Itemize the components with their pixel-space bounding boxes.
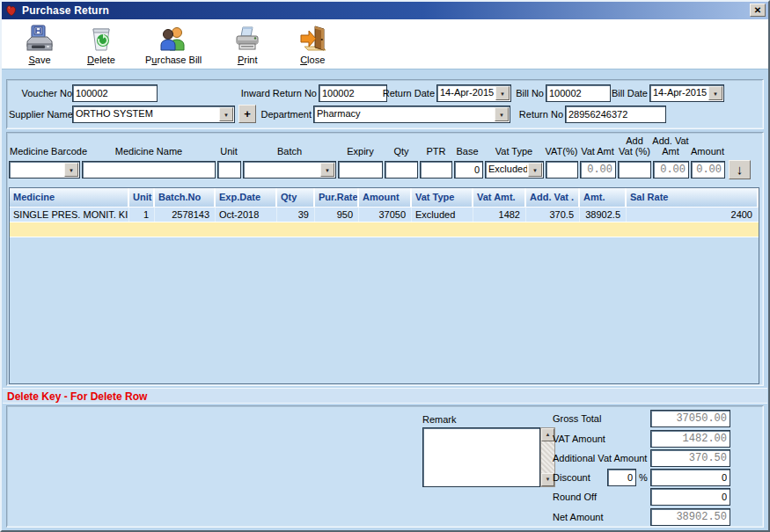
grid-header-row: Medicine Unit Batch.No Exp.Date Qty Pur.…: [10, 188, 759, 208]
window-close-button[interactable]: ✕: [750, 4, 766, 17]
purchase-bill-label: Purchase Bill: [145, 55, 202, 65]
qty-label: Qty: [385, 145, 418, 157]
window-title: Purchase Return: [22, 4, 109, 17]
remark-input[interactable]: [422, 427, 540, 487]
cell-qty[interactable]: 39: [277, 208, 315, 222]
col-header-exp-date: Exp.Date: [216, 188, 277, 207]
inward-return-no-input[interactable]: [319, 84, 387, 102]
chevron-down-icon[interactable]: ▼: [528, 163, 542, 177]
cell-exp-date[interactable]: Oct-2018: [216, 208, 277, 222]
chevron-down-icon[interactable]: ▼: [495, 107, 509, 121]
net-amount-value: [650, 508, 730, 526]
voucher-no-label: Voucher No: [9, 87, 72, 99]
print-icon: [232, 24, 262, 54]
inward-return-no-label: Inward Return No: [229, 87, 317, 99]
purchase-bill-button[interactable]: Purchase Bill: [139, 22, 208, 67]
chevron-down-icon[interactable]: ▼: [64, 163, 78, 177]
discount-label: Discount: [553, 471, 605, 484]
title-bar[interactable]: Purchase Return ✕: [2, 2, 768, 19]
vat-amt-input: [580, 161, 616, 179]
cell-medicine[interactable]: SINGLE PRES. MONIT. KI: [10, 208, 129, 222]
chevron-down-icon[interactable]: ▼: [495, 86, 510, 100]
status-hint: Delete Key - For Delete Row: [7, 390, 147, 403]
col-header-medicine: Medicine: [10, 188, 129, 207]
vat-amt-label: Vat Amt: [577, 145, 618, 157]
bill-date-label: Bill Date: [611, 87, 648, 99]
toolbar: Save Delete Purchase Bill: [2, 19, 768, 69]
gross-total-label: Gross Total: [553, 412, 651, 425]
cell-vat-type[interactable]: Excluded: [412, 208, 473, 222]
close-button[interactable]: Close: [287, 22, 338, 67]
col-header-pur-rate: Pur.Rate: [315, 188, 359, 207]
print-button[interactable]: Print: [222, 22, 273, 67]
delete-button[interactable]: Delete: [76, 22, 127, 67]
return-date-select[interactable]: 14-Apr-2015 ▼: [436, 84, 511, 102]
additional-vat-label: Additional Vat Amount: [553, 452, 651, 464]
chevron-down-icon[interactable]: ▼: [219, 107, 233, 121]
purchase-return-window: Purchase Return ✕ Save: [0, 0, 770, 532]
col-header-vat-amt: Vat Amt.: [473, 188, 526, 207]
return-date-label: Return Date: [380, 87, 435, 99]
expiry-input[interactable]: [338, 161, 383, 179]
cell-unit[interactable]: 1: [129, 208, 155, 222]
cell-amount[interactable]: 37050: [359, 208, 412, 222]
supplier-name-label: Supplier Name: [9, 108, 72, 120]
items-panel: Medicine Barcode Medicine Name Unit Batc…: [6, 132, 764, 386]
additional-vat-value: [650, 449, 730, 467]
voucher-no-input[interactable]: [72, 84, 158, 102]
supplier-name-select[interactable]: ORTHO SYSTEM ▼: [72, 106, 235, 123]
base-input[interactable]: [454, 161, 483, 179]
medicine-barcode-select[interactable]: ▼: [9, 161, 80, 179]
add-vat-amt-label-line2: Amt: [650, 145, 691, 157]
cell-pur-rate[interactable]: 950: [315, 208, 359, 222]
return-no-label: Return No: [517, 108, 563, 120]
net-amount-label: Net Amount: [553, 511, 651, 523]
ptr-input[interactable]: [420, 161, 452, 179]
add-supplier-button[interactable]: +: [238, 105, 256, 123]
add-vat-pct-input[interactable]: [618, 161, 651, 179]
print-label: Print: [238, 55, 258, 65]
col-header-amount: Amount: [359, 188, 412, 207]
delete-icon: [86, 24, 116, 54]
chevron-down-icon[interactable]: ▼: [320, 163, 334, 177]
base-label: Base: [451, 145, 484, 157]
unit-label: Unit: [211, 145, 246, 157]
col-header-batch-no: Batch.No: [155, 188, 216, 207]
chevron-down-icon[interactable]: ▼: [708, 86, 722, 100]
col-header-amt: Amt.: [580, 188, 627, 207]
batch-label: Batch: [243, 145, 336, 157]
unit-input[interactable]: [217, 161, 241, 179]
ptr-label: PTR: [420, 145, 452, 157]
cell-batch-no[interactable]: 2578143: [155, 208, 216, 222]
cell-amt[interactable]: 38902.5: [580, 208, 627, 222]
cell-vat-amt[interactable]: 1482: [473, 208, 526, 222]
cell-add-vat[interactable]: 370.5: [526, 208, 580, 222]
cell-sal-rate[interactable]: 2400: [627, 208, 759, 222]
discount-percent-input[interactable]: [607, 469, 636, 486]
vat-amount-label: VAT Amount: [553, 433, 651, 445]
discount-amount-input[interactable]: [650, 469, 730, 486]
return-no-input[interactable]: [565, 106, 666, 123]
bill-no-input[interactable]: [546, 84, 611, 102]
voucher-form-panel: Voucher No Inward Return No Return Date …: [6, 79, 764, 129]
totals-panel: Remark ▲ ▼ Gross Total VAT Amount Additi…: [6, 405, 764, 528]
vat-pct-input[interactable]: [546, 161, 578, 179]
col-header-unit: Unit: [129, 188, 155, 207]
table-row[interactable]: SINGLE PRES. MONIT. KI 1 2578143 Oct-201…: [10, 208, 759, 222]
vat-type-select[interactable]: Excluded ▼: [485, 161, 544, 179]
medicine-name-input[interactable]: [82, 161, 216, 179]
discount-unit-label: %: [639, 471, 649, 484]
save-button[interactable]: Save: [14, 22, 65, 67]
batch-select[interactable]: ▼: [243, 161, 336, 179]
status-bar: Delete Key - For Delete Row: [3, 388, 767, 404]
grid-new-row[interactable]: [10, 222, 759, 237]
bill-date-select[interactable]: 14-Apr-2015 ▼: [649, 84, 724, 102]
add-row-button[interactable]: ↓: [729, 160, 751, 179]
department-select[interactable]: Pharmacy ▼: [313, 106, 510, 123]
round-off-input[interactable]: [650, 488, 730, 506]
gross-total-value: [650, 410, 730, 427]
purchase-bill-icon: [158, 24, 188, 54]
qty-input[interactable]: [385, 161, 418, 179]
app-icon: [5, 4, 18, 17]
round-off-label: Round Off: [553, 491, 651, 503]
